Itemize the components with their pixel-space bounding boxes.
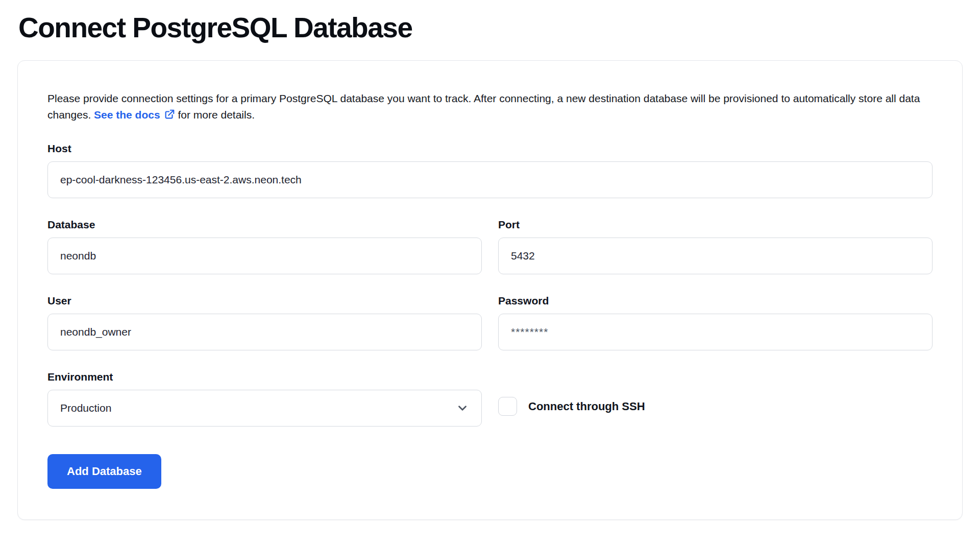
ssh-checkbox-label: Connect through SSH [528, 400, 645, 413]
database-label: Database [47, 219, 482, 231]
environment-label: Environment [47, 371, 482, 383]
description: Please provide connection settings for a… [47, 90, 933, 123]
database-port-row: Database Port [47, 219, 933, 274]
connection-form-card: Please provide connection settings for a… [17, 60, 963, 520]
environment-ssh-row: Environment Production Connect through S… [47, 371, 933, 427]
user-field: User [47, 295, 482, 350]
host-label: Host [47, 143, 933, 155]
user-label: User [47, 295, 482, 307]
port-label: Port [498, 219, 933, 231]
port-field: Port [498, 219, 933, 274]
add-database-button[interactable]: Add Database [47, 454, 161, 489]
page: Connect PostgreSQL Database Please provi… [0, 0, 980, 544]
password-field: Password [498, 295, 933, 350]
environment-select[interactable]: Production [47, 390, 482, 427]
page-title: Connect PostgreSQL Database [18, 11, 963, 44]
external-link-icon [164, 109, 175, 120]
database-field: Database [47, 219, 482, 274]
see-the-docs-label: See the docs [94, 109, 160, 121]
host-field: Host [47, 143, 933, 198]
see-the-docs-link[interactable]: See the docs [94, 109, 175, 121]
password-input[interactable] [498, 314, 933, 350]
host-input[interactable] [47, 161, 933, 198]
environment-selected-value: Production [60, 402, 111, 414]
environment-field: Environment Production [47, 371, 482, 427]
database-input[interactable] [47, 238, 482, 274]
user-input[interactable] [47, 314, 482, 350]
password-label: Password [498, 295, 933, 307]
ssh-option: Connect through SSH [498, 388, 933, 425]
ssh-field: Connect through SSH [498, 371, 933, 427]
user-password-row: User Password [47, 295, 933, 350]
description-text-after: for more details. [175, 109, 255, 121]
port-input[interactable] [498, 238, 933, 274]
ssh-checkbox[interactable] [498, 397, 517, 416]
chevron-down-icon [456, 401, 469, 415]
